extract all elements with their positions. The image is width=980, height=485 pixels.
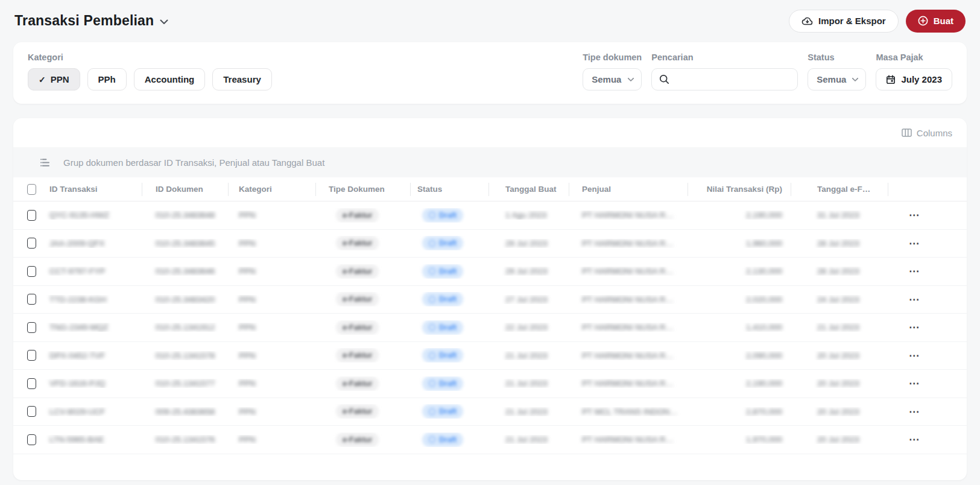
row-actions-button[interactable]: ⋯ bbox=[888, 321, 967, 334]
table-header-row: ID TransaksiID DokumenKategoriTipe Dokum… bbox=[13, 177, 967, 201]
table-toolbar: Columns bbox=[13, 118, 967, 147]
table-row[interactable]: DPX-0452-TVF 010-25.1341578 PPN e-Faktur… bbox=[13, 342, 967, 370]
tipe-dokumen-select[interactable]: Semua bbox=[583, 68, 642, 90]
calendar-icon bbox=[886, 75, 896, 84]
columns-button[interactable]: Columns bbox=[902, 128, 952, 138]
status-badge: Draft bbox=[422, 208, 463, 223]
cell-penjual: PT HARMONI NUSA R… bbox=[582, 323, 674, 332]
ellipsis-icon: ⋯ bbox=[909, 349, 920, 362]
cell-tanggal-buat: 29 Jul 2023 bbox=[505, 239, 548, 248]
cell-id-transaksi: TTD-2238-KGH bbox=[49, 295, 107, 304]
cell-tanggal-efaktur: 20 Jul 2023 bbox=[817, 435, 859, 444]
table-row[interactable]: CCT-9797-FYP 010-25.3483646 PPN e-Faktur… bbox=[13, 258, 967, 286]
column-header[interactable]: Tanggal Buat bbox=[488, 177, 569, 201]
status-badge: Draft bbox=[422, 320, 463, 335]
table-body: QYC-9135-HWZ 010-25.3483648 PPN e-Faktur… bbox=[13, 201, 967, 454]
column-header[interactable]: Nilai Transaksi (Rp) bbox=[688, 177, 791, 201]
cell-kategori: PPN bbox=[239, 435, 256, 444]
table-row[interactable]: TNG-2349-MQZ 010-25.1341912 PPN e-Faktur… bbox=[13, 314, 967, 342]
status-badge-icon bbox=[429, 436, 435, 443]
row-actions-button[interactable]: ⋯ bbox=[888, 265, 967, 277]
group-bar[interactable]: Grup dokumen berdasar ID Transaksi, Penj… bbox=[13, 147, 967, 177]
search-icon bbox=[659, 74, 669, 84]
row-actions-button[interactable]: ⋯ bbox=[888, 237, 967, 250]
row-actions-button[interactable]: ⋯ bbox=[888, 293, 967, 306]
cell-id-transaksi: VFD-1616-PJQ bbox=[49, 379, 105, 388]
status-filter-label: Status bbox=[808, 52, 866, 62]
row-actions-button[interactable]: ⋯ bbox=[888, 349, 967, 362]
tipe-dokumen-badge: e-Faktur bbox=[336, 236, 379, 250]
cell-id-dokumen: 010-25.3483646 bbox=[156, 267, 215, 276]
search-input[interactable] bbox=[674, 74, 790, 84]
caret-down-icon bbox=[628, 78, 634, 81]
status-badge-icon bbox=[429, 296, 435, 303]
column-header[interactable]: Status bbox=[410, 177, 488, 201]
cell-id-dokumen: 009-25.4383658 bbox=[156, 407, 215, 416]
status-select[interactable]: Semua bbox=[808, 68, 866, 90]
select-all-checkbox[interactable] bbox=[27, 184, 36, 195]
row-checkbox[interactable] bbox=[27, 210, 36, 221]
cell-tanggal-efaktur: 20 Jul 2023 bbox=[817, 351, 859, 360]
row-checkbox[interactable] bbox=[27, 266, 36, 277]
row-checkbox[interactable] bbox=[27, 406, 36, 417]
column-header[interactable]: Tipe Dokumen bbox=[315, 177, 410, 201]
column-header-actions bbox=[888, 177, 967, 201]
column-header[interactable]: Penjual bbox=[569, 177, 688, 201]
import-export-button[interactable]: Impor & Ekspor bbox=[789, 10, 899, 33]
ellipsis-icon: ⋯ bbox=[909, 265, 920, 277]
create-button[interactable]: Buat bbox=[906, 10, 966, 33]
status-badge: Draft bbox=[422, 292, 463, 306]
cell-id-transaksi: LTN-5965-BAE bbox=[49, 435, 104, 444]
cell-id-dokumen: 010-25.3483648 bbox=[156, 211, 215, 220]
row-checkbox[interactable] bbox=[27, 294, 36, 305]
kategori-chip-ppn[interactable]: ✓PPN bbox=[28, 68, 80, 90]
kategori-chip-accounting[interactable]: Accounting bbox=[134, 68, 206, 90]
row-actions-button[interactable]: ⋯ bbox=[888, 433, 967, 446]
cell-id-transaksi: LCV-8029-UCF bbox=[49, 407, 105, 416]
title-chevron-down-icon[interactable] bbox=[160, 19, 168, 25]
masa-pajak-label: Masa Pajak bbox=[876, 52, 952, 62]
column-header[interactable]: ID Transaksi bbox=[36, 177, 142, 201]
cell-nilai-transaksi: 1,970,000 bbox=[746, 435, 782, 444]
ellipsis-icon: ⋯ bbox=[909, 433, 920, 446]
kategori-chip-treasury[interactable]: Treasury bbox=[212, 68, 272, 90]
table-row[interactable]: TTD-2238-KGH 010-25.3483420 PPN e-Faktur… bbox=[13, 286, 967, 314]
transactions-table-card: Columns Grup dokumen berdasar ID Transak… bbox=[13, 118, 967, 480]
table-row[interactable]: QYC-9135-HWZ 010-25.3483648 PPN e-Faktur… bbox=[13, 201, 967, 230]
column-header[interactable]: ID Dokumen bbox=[142, 177, 228, 201]
cell-tanggal-buat: 21 Jul 2023 bbox=[505, 351, 548, 360]
cell-penjual: PT MCL TRANS INDON… bbox=[582, 407, 678, 416]
cell-tanggal-buat: 21 Jul 2023 bbox=[505, 435, 548, 444]
tipe-dokumen-badge: e-Faktur bbox=[336, 433, 379, 447]
row-actions-button[interactable]: ⋯ bbox=[888, 377, 967, 390]
status-badge: Draft bbox=[422, 264, 463, 279]
ellipsis-icon: ⋯ bbox=[909, 293, 920, 306]
cell-tanggal-buat: 22 Jul 2023 bbox=[505, 323, 548, 332]
row-checkbox[interactable] bbox=[27, 350, 36, 361]
cell-tanggal-efaktur: 21 Jul 2023 bbox=[817, 323, 859, 332]
tipe-dokumen-value: Semua bbox=[592, 74, 621, 84]
column-header[interactable]: Tanggal e-F… bbox=[791, 177, 888, 201]
row-checkbox[interactable] bbox=[27, 434, 36, 445]
table-row[interactable]: VFD-1616-PJQ 010-25.1341577 PPN e-Faktur… bbox=[13, 370, 967, 398]
cell-id-transaksi: TNG-2349-MQZ bbox=[49, 323, 109, 332]
kategori-chip-pph[interactable]: PPh bbox=[87, 68, 127, 90]
column-header[interactable]: Kategori bbox=[228, 177, 315, 201]
cell-penjual: PT HARMONI NUSA R… bbox=[582, 295, 674, 304]
row-checkbox[interactable] bbox=[27, 322, 36, 333]
status-badge: Draft bbox=[422, 376, 463, 391]
cell-nilai-transaksi: 1,960,000 bbox=[746, 239, 782, 248]
table-row[interactable]: LCV-8029-UCF 009-25.4383658 PPN e-Faktur… bbox=[13, 398, 967, 426]
table-row[interactable]: LTN-5965-BAE 010-25.1341576 PPN e-Faktur… bbox=[13, 426, 967, 454]
tipe-dokumen-badge: e-Faktur bbox=[336, 348, 379, 363]
cell-tanggal-efaktur: 28 Jul 2023 bbox=[817, 267, 859, 276]
masa-pajak-button[interactable]: July 2023 bbox=[876, 68, 952, 90]
row-actions-button[interactable]: ⋯ bbox=[888, 405, 967, 418]
row-checkbox[interactable] bbox=[27, 378, 36, 389]
row-actions-button[interactable]: ⋯ bbox=[888, 209, 967, 221]
table-row[interactable]: JAA-2009-QFX 010-25.3483645 PPN e-Faktur… bbox=[13, 230, 967, 258]
row-checkbox[interactable] bbox=[27, 238, 36, 249]
status-badge-icon bbox=[429, 324, 435, 331]
kategori-chips: ✓PPNPPhAccountingTreasury bbox=[28, 68, 272, 90]
cell-tanggal-buat: 1 Agu 2023 bbox=[505, 211, 546, 220]
